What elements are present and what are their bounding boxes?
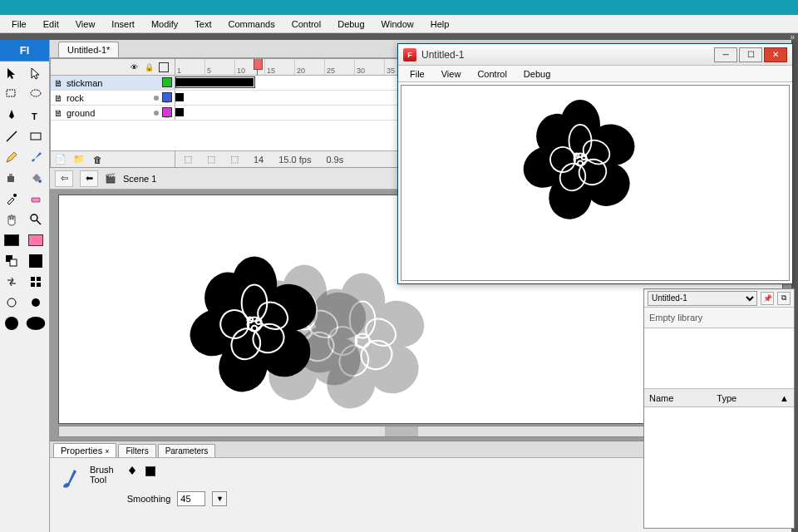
eyedropper-tool[interactable] [2,190,22,208]
test-movie-window[interactable]: F Untitled-1 ─ ☐ ✕ File View Control Deb… [397,43,793,284]
scene-icon: 🎬 [105,173,116,184]
menu-file[interactable]: File [3,17,35,31]
layer-icon: 🗎 [54,108,63,118]
edit-multiple-icon[interactable]: ⬚ [230,154,239,165]
brush-shape-round-icon[interactable] [2,314,22,332]
fill-swatch[interactable] [26,231,46,249]
new-layer-icon[interactable]: 📄 [54,154,67,165]
selection-tool[interactable] [2,65,22,83]
layer-name[interactable]: rock [66,93,84,103]
svg-rect-13 [10,259,17,266]
lasso-tool[interactable] [2,86,22,104]
tab-properties[interactable]: Properties× [53,443,116,457]
menu-debug[interactable]: Debug [329,17,372,31]
onion-skin-outline-icon[interactable]: ⬚ [207,154,215,165]
pencil-tool[interactable] [2,148,22,166]
smoothing-input[interactable] [177,491,205,506]
subselection-tool[interactable] [26,65,46,83]
maximize-button[interactable]: ☐ [739,47,762,62]
outline-column-icon[interactable] [158,62,170,73]
scene-name[interactable]: Scene 1 [123,174,156,184]
player-title: Untitled-1 [421,49,709,61]
brush-shape-oval-icon[interactable] [26,314,46,332]
ruler-tick: 5 [205,59,235,75]
player-menu-control[interactable]: Control [469,67,515,81]
paint-bucket-tool[interactable] [26,169,46,187]
library-col-name[interactable]: Name [649,393,673,403]
scene-back-icon[interactable]: ⬅ [80,170,98,187]
zoom-tool[interactable] [26,210,46,229]
player-menu-file[interactable]: File [401,67,433,81]
text-tool[interactable]: T [26,106,46,125]
layer-name[interactable]: stickman [66,78,102,88]
ruler-tick: 25 [325,59,355,75]
document-tab[interactable]: Untitled-1* [58,42,119,57]
menu-insert[interactable]: Insert [103,17,143,31]
no-color-icon[interactable] [26,252,46,270]
svg-rect-4 [31,133,41,140]
tab-filters[interactable]: Filters [118,444,155,457]
tab-parameters[interactable]: Parameters [158,444,216,457]
keyframe-icon[interactable] [175,108,184,116]
player-artwork [518,97,643,224]
library-sort-icon[interactable]: ▲ [780,393,789,403]
options-icon[interactable] [26,273,46,291]
elapsed-time: 0.9s [326,155,343,165]
delete-layer-icon[interactable]: 🗑 [91,154,104,165]
svg-rect-9 [32,198,40,202]
line-tool[interactable] [2,127,22,145]
menu-control[interactable]: Control [283,17,329,31]
svg-point-7 [38,180,42,183]
lock-column-icon[interactable] [143,62,155,73]
rectangle-tool[interactable] [26,127,46,145]
menu-help[interactable]: Help [422,17,458,31]
brush-fill-icon[interactable] [26,293,46,312]
library-col-type[interactable]: Type [717,393,736,403]
close-icon[interactable]: × [105,447,109,456]
eraser-tool[interactable] [26,190,46,208]
black-white-icon[interactable] [2,252,22,270]
menu-edit[interactable]: Edit [35,17,67,31]
close-button[interactable]: ✕ [764,47,787,62]
stroke-swatch[interactable] [2,231,22,249]
fill-color-swatch[interactable] [145,466,155,476]
library-items-area[interactable] [644,406,794,528]
edit-scene-icon[interactable]: ⇦ [55,170,73,187]
library-item-list[interactable] [644,328,794,388]
tool-strip: » [0,33,798,40]
fill-toggle-icon[interactable] [127,465,139,478]
menu-window[interactable]: Window [373,17,422,31]
menu-text[interactable]: Text [186,17,219,31]
brush-option-icon[interactable] [2,293,22,312]
keyframe-icon[interactable] [175,93,184,101]
pen-tool[interactable] [2,106,22,125]
library-document-select[interactable]: Untitled-1 [648,291,757,306]
flash-player-icon: F [403,48,416,62]
visibility-column-icon[interactable] [128,62,140,73]
layer-icon: 🗎 [54,93,63,103]
ink-bottle-tool[interactable] [2,169,22,187]
smoothing-dropdown-icon[interactable]: ▼ [212,491,227,506]
new-folder-icon[interactable]: 📁 [72,154,86,165]
stage-artwork[interactable] [184,254,325,397]
keyframe-icon[interactable] [245,78,254,86]
hand-tool[interactable] [2,210,22,229]
pin-icon[interactable]: 📌 [761,292,774,305]
playhead[interactable] [257,59,258,75]
menu-commands[interactable]: Commands [219,17,283,31]
new-library-icon[interactable]: ⧉ [777,292,791,305]
player-menu-debug[interactable]: Debug [515,67,559,81]
menu-view[interactable]: View [67,17,104,31]
player-titlebar[interactable]: F Untitled-1 ─ ☐ ✕ [398,44,792,66]
onion-skin-icon[interactable]: ⬚ [184,154,192,165]
svg-rect-15 [37,277,41,281]
svg-rect-6 [9,174,12,176]
svg-text:T: T [32,111,37,121]
free-transform-tool[interactable] [26,86,46,104]
brush-tool[interactable] [26,148,46,166]
minimize-button[interactable]: ─ [714,47,737,62]
menu-modify[interactable]: Modify [143,17,186,31]
layer-name[interactable]: ground [66,108,95,118]
swap-colors-icon[interactable] [2,273,22,291]
player-menu-view[interactable]: View [433,67,470,81]
